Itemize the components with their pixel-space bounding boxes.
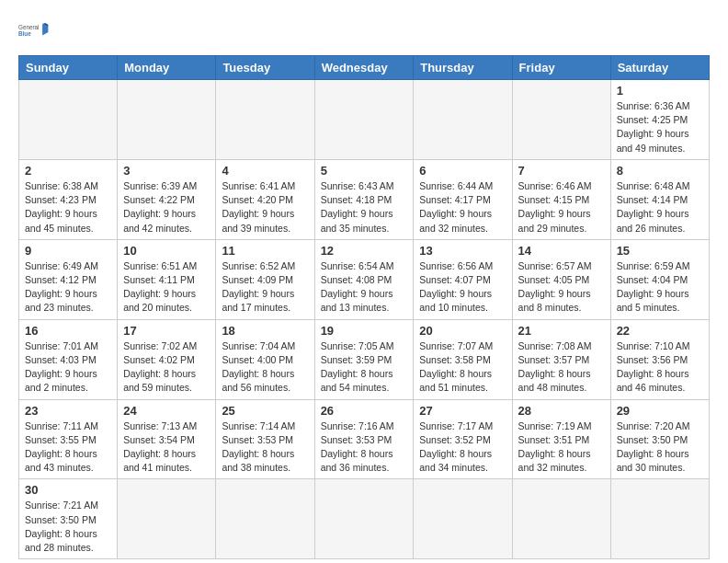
- weekday-thursday: Thursday: [414, 56, 512, 80]
- day-number: 1: [617, 84, 703, 98]
- day-cell: 13Sunrise: 6:56 AM Sunset: 4:07 PM Dayli…: [414, 239, 512, 319]
- day-number: 13: [419, 244, 506, 258]
- day-number: 9: [25, 244, 111, 258]
- day-info: Sunrise: 6:46 AM Sunset: 4:15 PM Dayligh…: [518, 179, 605, 236]
- day-number: 14: [518, 244, 605, 258]
- day-cell: 30Sunrise: 7:21 AM Sunset: 3:50 PM Dayli…: [19, 479, 118, 559]
- day-cell: 19Sunrise: 7:05 AM Sunset: 3:59 PM Dayli…: [314, 319, 414, 399]
- day-cell: 22Sunrise: 7:10 AM Sunset: 3:56 PM Dayli…: [610, 319, 709, 399]
- day-cell: 14Sunrise: 6:57 AM Sunset: 4:05 PM Dayli…: [512, 239, 610, 319]
- day-cell: 21Sunrise: 7:08 AM Sunset: 3:57 PM Dayli…: [512, 319, 610, 399]
- day-cell: [118, 80, 216, 160]
- svg-text:General: General: [18, 24, 39, 30]
- day-cell: 9Sunrise: 6:49 AM Sunset: 4:12 PM Daylig…: [19, 239, 118, 319]
- day-info: Sunrise: 6:56 AM Sunset: 4:07 PM Dayligh…: [419, 259, 506, 316]
- day-cell: [610, 479, 709, 559]
- day-info: Sunrise: 6:49 AM Sunset: 4:12 PM Dayligh…: [25, 259, 111, 316]
- day-info: Sunrise: 7:14 AM Sunset: 3:53 PM Dayligh…: [222, 419, 308, 476]
- day-info: Sunrise: 7:07 AM Sunset: 3:58 PM Dayligh…: [419, 339, 506, 396]
- day-cell: 2Sunrise: 6:38 AM Sunset: 4:23 PM Daylig…: [19, 159, 118, 239]
- day-number: 23: [25, 404, 111, 418]
- day-info: Sunrise: 6:52 AM Sunset: 4:09 PM Dayligh…: [222, 259, 308, 316]
- day-info: Sunrise: 7:17 AM Sunset: 3:52 PM Dayligh…: [419, 419, 506, 476]
- day-cell: 18Sunrise: 7:04 AM Sunset: 4:00 PM Dayli…: [216, 319, 314, 399]
- day-number: 30: [25, 483, 111, 497]
- day-number: 16: [25, 324, 111, 338]
- day-number: 19: [321, 324, 408, 338]
- day-info: Sunrise: 6:41 AM Sunset: 4:20 PM Dayligh…: [222, 179, 308, 236]
- day-cell: 11Sunrise: 6:52 AM Sunset: 4:09 PM Dayli…: [216, 239, 314, 319]
- day-number: 10: [123, 244, 210, 258]
- weekday-monday: Monday: [118, 56, 216, 80]
- header: GeneralBlue: [18, 15, 710, 48]
- day-number: 25: [222, 404, 308, 418]
- week-row-2: 9Sunrise: 6:49 AM Sunset: 4:12 PM Daylig…: [19, 239, 710, 319]
- day-cell: [19, 80, 118, 160]
- day-number: 11: [222, 244, 308, 258]
- day-info: Sunrise: 7:05 AM Sunset: 3:59 PM Dayligh…: [321, 339, 408, 396]
- day-number: 21: [518, 324, 605, 338]
- day-info: Sunrise: 7:13 AM Sunset: 3:54 PM Dayligh…: [123, 419, 210, 476]
- logo: GeneralBlue: [18, 15, 51, 48]
- day-cell: [512, 479, 610, 559]
- day-info: Sunrise: 7:20 AM Sunset: 3:50 PM Dayligh…: [617, 419, 703, 476]
- week-row-0: 1Sunrise: 6:36 AM Sunset: 4:25 PM Daylig…: [19, 80, 710, 160]
- day-cell: 6Sunrise: 6:44 AM Sunset: 4:17 PM Daylig…: [414, 159, 512, 239]
- day-number: 26: [321, 404, 408, 418]
- day-cell: [118, 479, 216, 559]
- week-row-3: 16Sunrise: 7:01 AM Sunset: 4:03 PM Dayli…: [19, 319, 710, 399]
- day-number: 18: [222, 324, 308, 338]
- day-info: Sunrise: 7:19 AM Sunset: 3:51 PM Dayligh…: [518, 419, 605, 476]
- day-number: 17: [123, 324, 210, 338]
- weekday-friday: Friday: [512, 56, 610, 80]
- svg-text:Blue: Blue: [18, 30, 31, 37]
- day-number: 29: [617, 404, 703, 418]
- day-cell: [314, 479, 414, 559]
- day-number: 4: [222, 164, 308, 178]
- day-cell: [216, 80, 314, 160]
- day-cell: 1Sunrise: 6:36 AM Sunset: 4:25 PM Daylig…: [610, 80, 709, 160]
- day-info: Sunrise: 6:43 AM Sunset: 4:18 PM Dayligh…: [321, 179, 408, 236]
- day-cell: 20Sunrise: 7:07 AM Sunset: 3:58 PM Dayli…: [414, 319, 512, 399]
- day-cell: 29Sunrise: 7:20 AM Sunset: 3:50 PM Dayli…: [610, 399, 709, 479]
- day-cell: [414, 479, 512, 559]
- day-info: Sunrise: 6:48 AM Sunset: 4:14 PM Dayligh…: [617, 179, 703, 236]
- day-number: 7: [518, 164, 605, 178]
- day-info: Sunrise: 6:51 AM Sunset: 4:11 PM Dayligh…: [123, 259, 210, 316]
- week-row-1: 2Sunrise: 6:38 AM Sunset: 4:23 PM Daylig…: [19, 159, 710, 239]
- day-number: 6: [419, 164, 506, 178]
- day-info: Sunrise: 6:59 AM Sunset: 4:04 PM Dayligh…: [617, 259, 703, 316]
- day-number: 28: [518, 404, 605, 418]
- day-cell: 12Sunrise: 6:54 AM Sunset: 4:08 PM Dayli…: [314, 239, 414, 319]
- logo-icon: GeneralBlue: [18, 15, 51, 48]
- day-cell: [216, 479, 314, 559]
- weekday-header-row: SundayMondayTuesdayWednesdayThursdayFrid…: [19, 56, 710, 80]
- day-cell: 3Sunrise: 6:39 AM Sunset: 4:22 PM Daylig…: [118, 159, 216, 239]
- day-cell: [314, 80, 414, 160]
- day-cell: 5Sunrise: 6:43 AM Sunset: 4:18 PM Daylig…: [314, 159, 414, 239]
- day-info: Sunrise: 7:08 AM Sunset: 3:57 PM Dayligh…: [518, 339, 605, 396]
- day-number: 8: [617, 164, 703, 178]
- day-info: Sunrise: 7:11 AM Sunset: 3:55 PM Dayligh…: [25, 419, 111, 476]
- day-cell: 27Sunrise: 7:17 AM Sunset: 3:52 PM Dayli…: [414, 399, 512, 479]
- day-cell: 7Sunrise: 6:46 AM Sunset: 4:15 PM Daylig…: [512, 159, 610, 239]
- day-cell: 17Sunrise: 7:02 AM Sunset: 4:02 PM Dayli…: [118, 319, 216, 399]
- day-number: 27: [419, 404, 506, 418]
- day-cell: 26Sunrise: 7:16 AM Sunset: 3:53 PM Dayli…: [314, 399, 414, 479]
- weekday-sunday: Sunday: [19, 56, 118, 80]
- day-cell: 23Sunrise: 7:11 AM Sunset: 3:55 PM Dayli…: [19, 399, 118, 479]
- day-cell: 16Sunrise: 7:01 AM Sunset: 4:03 PM Dayli…: [19, 319, 118, 399]
- day-info: Sunrise: 6:57 AM Sunset: 4:05 PM Dayligh…: [518, 259, 605, 316]
- day-info: Sunrise: 6:39 AM Sunset: 4:22 PM Dayligh…: [123, 179, 210, 236]
- day-cell: [512, 80, 610, 160]
- day-number: 3: [123, 164, 210, 178]
- day-cell: 8Sunrise: 6:48 AM Sunset: 4:14 PM Daylig…: [610, 159, 709, 239]
- day-info: Sunrise: 7:10 AM Sunset: 3:56 PM Dayligh…: [617, 339, 703, 396]
- day-number: 2: [25, 164, 111, 178]
- weekday-tuesday: Tuesday: [216, 56, 314, 80]
- day-number: 5: [321, 164, 408, 178]
- calendar: SundayMondayTuesdayWednesdayThursdayFrid…: [18, 55, 710, 559]
- day-number: 15: [617, 244, 703, 258]
- day-info: Sunrise: 7:01 AM Sunset: 4:03 PM Dayligh…: [25, 339, 111, 396]
- day-info: Sunrise: 7:21 AM Sunset: 3:50 PM Dayligh…: [25, 499, 111, 555]
